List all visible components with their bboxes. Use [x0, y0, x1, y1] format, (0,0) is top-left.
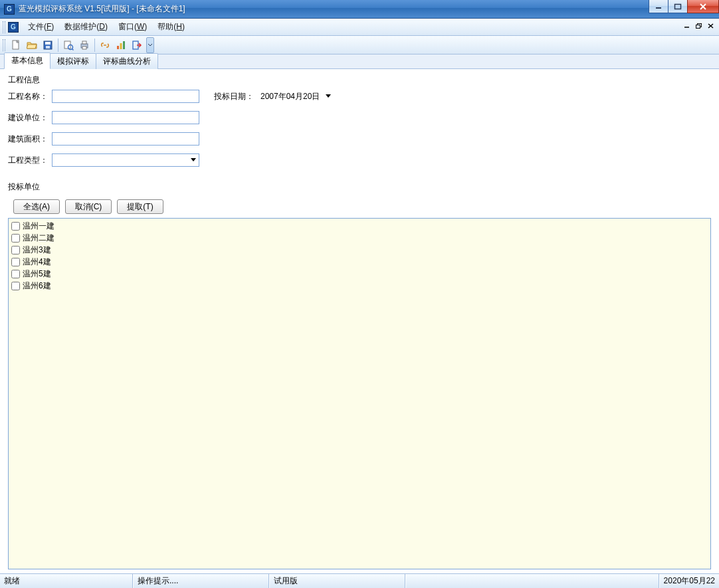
bidder-label: 温州一建	[23, 221, 54, 232]
menu-help[interactable]: 帮助(H)	[152, 19, 190, 35]
mdi-minimize-icon[interactable]	[682, 21, 692, 31]
window-title: 蓝光模拟评标系统 V1.5[试用版] - [未命名文件1]	[19, 3, 185, 15]
svg-rect-11	[45, 42, 51, 45]
list-item[interactable]: 温州5建	[10, 268, 709, 280]
app-icon: G	[4, 4, 15, 15]
svg-rect-17	[82, 41, 86, 44]
svg-rect-6	[696, 25, 700, 28]
save-icon[interactable]	[40, 37, 56, 53]
bidder-checkbox[interactable]	[11, 282, 20, 290]
bidder-checkbox[interactable]	[11, 258, 20, 266]
mdi-restore-icon[interactable]	[694, 21, 704, 31]
group-project-info: 工程信息	[8, 74, 711, 86]
label-project-name: 工程名称：	[8, 91, 52, 102]
chevron-down-icon	[188, 154, 199, 166]
date-picker[interactable]: 2007年04月20日	[258, 90, 336, 103]
bidder-label: 温州二建	[23, 233, 54, 244]
bidder-label: 温州6建	[23, 280, 51, 292]
chevron-down-icon	[324, 94, 333, 98]
bidders-listbox[interactable]: 温州一建 温州二建 温州3建 温州4建 温州5建 温州6建	[8, 218, 711, 569]
extract-button[interactable]: 提取(T)	[117, 199, 163, 214]
menu-grip	[3, 21, 5, 33]
maximize-button[interactable]	[668, 0, 688, 13]
combo-project-type[interactable]	[52, 153, 199, 167]
status-hint: 操作提示....	[133, 574, 269, 588]
status-edition: 试用版	[269, 574, 405, 588]
label-build-unit: 建设单位：	[8, 112, 52, 124]
toolbar-overflow-icon[interactable]	[146, 37, 154, 53]
tab-sim-eval[interactable]: 模拟评标	[50, 53, 96, 69]
content-area: 工程信息 工程名称： 投标日期： 2007年04月20日 建设单位： 建筑面积：…	[0, 69, 719, 573]
tab-basic-info[interactable]: 基本信息	[4, 52, 51, 69]
open-folder-icon[interactable]	[24, 37, 40, 53]
label-bid-date: 投标日期：	[214, 91, 258, 102]
close-button[interactable]	[687, 0, 719, 13]
menu-window[interactable]: 窗口(W)	[113, 19, 152, 35]
date-value: 2007年04月20日	[260, 91, 320, 102]
new-file-icon[interactable]	[8, 37, 24, 53]
list-item[interactable]: 温州二建	[10, 232, 709, 244]
input-build-area[interactable]	[52, 132, 199, 146]
menu-app-icon: G	[8, 22, 19, 33]
select-all-button[interactable]: 全选(A)	[13, 199, 60, 214]
svg-rect-19	[117, 46, 119, 49]
status-ready: 就绪	[0, 574, 133, 588]
list-item[interactable]: 温州6建	[10, 280, 709, 292]
menu-file[interactable]: 文件(F)	[23, 19, 59, 35]
svg-rect-20	[120, 43, 122, 49]
mdi-close-icon[interactable]	[706, 21, 716, 31]
group-bidders: 投标单位	[8, 181, 711, 193]
bidder-checkbox[interactable]	[11, 270, 20, 278]
titlebar: G 蓝光模拟评标系统 V1.5[试用版] - [未命名文件1]	[0, 0, 719, 19]
status-spacer	[405, 574, 659, 588]
tool-exit-icon[interactable]	[129, 37, 145, 53]
svg-rect-21	[123, 41, 125, 49]
toolbar	[0, 36, 719, 54]
tool-chart-icon[interactable]	[113, 37, 129, 53]
bidder-label: 温州3建	[23, 245, 51, 256]
bidder-checkbox[interactable]	[11, 222, 20, 231]
print-icon[interactable]	[76, 37, 92, 53]
print-preview-icon[interactable]	[60, 37, 76, 53]
svg-rect-12	[46, 46, 50, 49]
minimize-button[interactable]	[649, 0, 668, 13]
bidder-label: 温州4建	[23, 256, 51, 268]
bidder-label: 温州5建	[23, 268, 51, 280]
input-project-name[interactable]	[52, 90, 199, 103]
list-item[interactable]: 温州3建	[10, 244, 709, 256]
tab-curve-analyze[interactable]: 评标曲线分析	[96, 53, 158, 69]
label-build-area: 建筑面积：	[8, 134, 52, 145]
tabstrip: 基本信息 模拟评标 评标曲线分析	[0, 54, 719, 69]
svg-rect-1	[675, 4, 681, 9]
toolbar-grip	[3, 39, 5, 51]
menubar: G 文件(F) 数据维护(D) 窗口(W) 帮助(H)	[0, 19, 719, 36]
list-item[interactable]: 温州4建	[10, 256, 709, 268]
statusbar: 就绪 操作提示.... 试用版 2020年05月22	[0, 573, 719, 588]
cancel-button[interactable]: 取消(C)	[65, 199, 112, 214]
input-build-unit[interactable]	[52, 111, 199, 124]
status-date: 2020年05月22	[659, 574, 719, 588]
bidder-checkbox[interactable]	[11, 246, 20, 254]
bidder-checkbox[interactable]	[11, 234, 20, 243]
menu-data[interactable]: 数据维护(D)	[59, 19, 113, 35]
tool-link-icon[interactable]	[97, 37, 113, 53]
list-item[interactable]: 温州一建	[10, 220, 709, 232]
svg-rect-18	[82, 47, 86, 49]
label-project-type: 工程类型：	[8, 155, 52, 166]
svg-line-15	[72, 49, 74, 50]
